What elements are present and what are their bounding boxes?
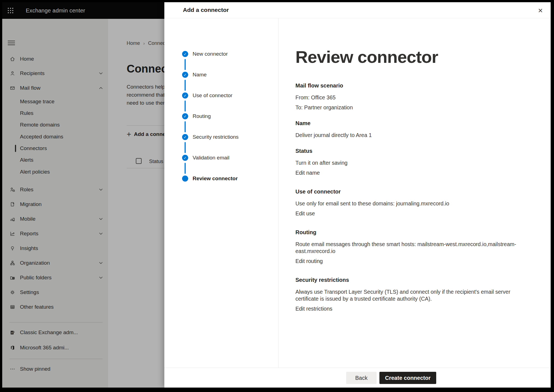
step-current-icon	[182, 176, 188, 182]
edit-link[interactable]: Edit restrictions	[295, 305, 332, 312]
wizard-steps-panel: ✓New connector✓Name✓Use of connector✓Rou…	[164, 18, 279, 368]
step-connector-line	[185, 163, 186, 174]
screenshot-frame: Exchange admin center HomeRecipientsMail…	[0, 0, 554, 392]
wizard-step-label: Validation email	[193, 155, 229, 161]
review-section-header: Use of connector	[295, 188, 517, 195]
wizard-step-use-of-connector[interactable]: ✓Use of connector	[164, 91, 279, 100]
close-icon[interactable]: ✕	[536, 6, 545, 16]
review-section-header: Name	[295, 120, 517, 127]
wizard-step-label: Review connector	[193, 176, 238, 182]
review-section-header: Mail flow scenario	[295, 82, 517, 89]
step-completed-check-icon: ✓	[182, 51, 188, 57]
exchange-admin-app: Exchange admin center HomeRecipientsMail…	[2, 2, 551, 388]
wizard-step-label: New connector	[193, 51, 228, 57]
step-connector-line	[185, 142, 186, 153]
review-text: To: Partner organization	[295, 104, 517, 111]
wizard-step-name[interactable]: ✓Name	[164, 71, 279, 79]
review-heading: Review connector	[295, 47, 517, 67]
dialog-footer: Back Create connector	[164, 368, 551, 388]
review-text: Turn it on after saving	[295, 159, 517, 166]
create-connector-button[interactable]: Create connector	[379, 372, 436, 384]
wizard-step-new-connector[interactable]: ✓New connector	[164, 50, 279, 58]
review-text: Always use Transport Layer Security (TLS…	[295, 288, 517, 302]
step-completed-check-icon: ✓	[182, 134, 188, 140]
edit-link[interactable]: Edit use	[295, 210, 315, 217]
step-connector-line	[185, 59, 186, 70]
wizard-step-review-connector[interactable]: Review connector	[164, 174, 279, 183]
dialog-title: Add a connector	[183, 7, 229, 13]
review-section-header: Status	[295, 148, 517, 154]
dialog-header: Add a connector ✕	[164, 2, 551, 18]
step-completed-check-icon: ✓	[182, 155, 188, 161]
wizard-step-routing[interactable]: ✓Routing	[164, 112, 279, 120]
wizard-step-security-restrictions[interactable]: ✓Security restrictions	[164, 133, 279, 141]
review-section-header: Routing	[295, 229, 517, 236]
step-connector-line	[185, 100, 186, 112]
edit-link[interactable]: Edit name	[295, 169, 320, 176]
wizard-step-label: Use of connector	[193, 92, 233, 99]
review-panel: Review connector Mail flow scenarioFrom:…	[295, 47, 517, 315]
review-text: Route email messages through these smart…	[295, 241, 517, 255]
wizard-step-label: Name	[193, 72, 207, 78]
step-connector-line	[185, 80, 186, 91]
step-completed-check-icon: ✓	[182, 113, 188, 119]
wizard-step-validation-email[interactable]: ✓Validation email	[164, 154, 279, 162]
back-button[interactable]: Back	[346, 372, 377, 384]
step-completed-check-icon: ✓	[182, 92, 188, 99]
review-section-header: Security restrictions	[295, 277, 517, 283]
wizard-step-label: Security restrictions	[193, 134, 239, 140]
dialog-body: ✓New connector✓Name✓Use of connector✓Rou…	[164, 18, 551, 368]
review-text: Deliver journal directly to Area 1	[295, 132, 517, 139]
wizard-step-label: Routing	[193, 113, 211, 119]
add-connector-dialog: Add a connector ✕ ✓New connector✓Name✓Us…	[164, 2, 551, 388]
review-text: From: Office 365	[295, 94, 517, 101]
step-completed-check-icon: ✓	[182, 72, 188, 78]
edit-link[interactable]: Edit routing	[295, 258, 323, 265]
review-text: Use only for email sent to these domains…	[295, 200, 517, 207]
step-connector-line	[185, 121, 186, 132]
